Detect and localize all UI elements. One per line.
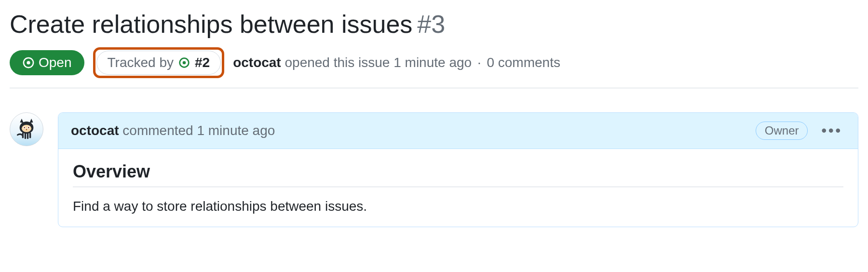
- kebab-menu-icon[interactable]: •••: [818, 122, 845, 140]
- avatar[interactable]: [10, 112, 43, 146]
- svg-point-14: [26, 129, 27, 130]
- issue-meta-row: Open Tracked by #2 octocat opened this i…: [10, 47, 858, 78]
- issue-open-icon: [22, 56, 35, 69]
- issue-byline: octocat opened this issue 1 minute ago ·…: [233, 55, 560, 70]
- svg-point-12: [24, 127, 25, 128]
- comment-author-link[interactable]: octocat: [71, 123, 119, 138]
- owner-badge: Owner: [756, 122, 808, 140]
- opened-text: opened this issue: [285, 55, 390, 70]
- comment-verb: commented: [122, 123, 193, 138]
- tracked-by-issue-link[interactable]: #2: [195, 55, 210, 70]
- issue-title-row: Create relationships between issues #3: [10, 10, 858, 39]
- issue-author-link[interactable]: octocat: [233, 55, 281, 70]
- comment-author-line: octocat commented 1 minute ago: [71, 123, 275, 138]
- svg-point-1: [27, 61, 30, 64]
- comment-header-actions: Owner •••: [756, 122, 845, 140]
- svg-rect-7: [27, 133, 28, 139]
- status-label: Open: [39, 55, 72, 70]
- svg-point-13: [28, 127, 29, 128]
- comment-body: Overview Find a way to store relationshi…: [58, 149, 858, 227]
- tracked-by-label: Tracked by: [108, 55, 174, 70]
- opened-time: 1 minute ago: [393, 55, 472, 70]
- svg-point-9: [22, 125, 31, 132]
- issue-number: #3: [417, 10, 445, 39]
- svg-point-3: [183, 61, 186, 65]
- comment-heading: Overview: [73, 162, 843, 187]
- status-badge-open: Open: [10, 50, 84, 75]
- svg-rect-6: [25, 133, 26, 139]
- comment-time[interactable]: 1 minute ago: [197, 123, 275, 138]
- timeline: octocat commented 1 minute ago Owner •••…: [10, 112, 858, 227]
- tracked-by-pill[interactable]: Tracked by #2: [96, 51, 221, 75]
- meta-separator: ·: [477, 55, 481, 70]
- issue-header: Create relationships between issues #3 O…: [10, 10, 858, 88]
- octocat-icon: [14, 116, 40, 142]
- tracked-by-highlight: Tracked by #2: [93, 47, 225, 78]
- svg-rect-8: [29, 133, 31, 138]
- issue-open-icon: [178, 57, 190, 68]
- issue-title: Create relationships between issues: [10, 10, 412, 39]
- comment-box: octocat commented 1 minute ago Owner •••…: [58, 112, 858, 227]
- comments-count: 0 comments: [487, 55, 560, 70]
- comment-header: octocat commented 1 minute ago Owner •••: [58, 113, 858, 149]
- comment-text: Find a way to store relationships betwee…: [73, 199, 843, 214]
